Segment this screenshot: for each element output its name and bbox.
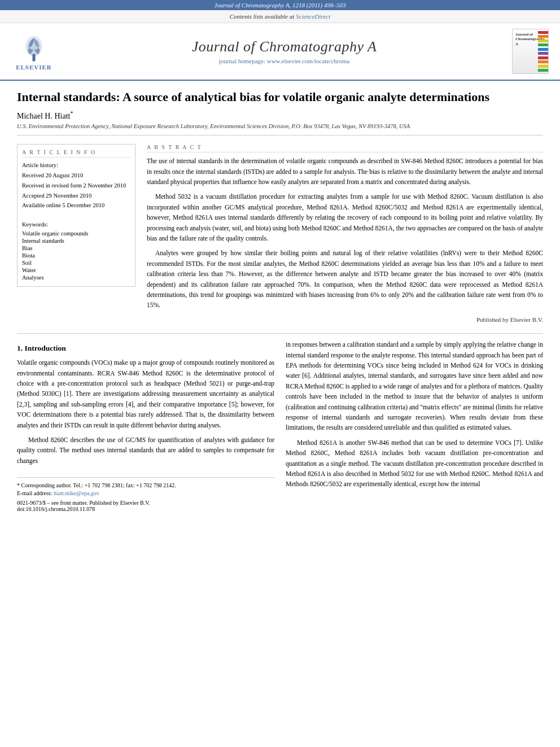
sciencedirect-link[interactable]: ScienceDirect (296, 13, 330, 20)
journal-homepage-link[interactable]: www.elsevier.com/locate/chroma (267, 58, 350, 64)
intro-para-2: Method 8260C describes the use of GC/MS … (17, 435, 274, 466)
article-history-label: Article history: (22, 161, 130, 170)
keyword-5: Soil (22, 260, 130, 266)
journal-header: ELSEVIER Journal of Chromatography A jou… (0, 23, 560, 81)
contents-text: Contents lists available at (230, 13, 296, 20)
journal-homepage: journal homepage: www.elsevier.com/locat… (56, 58, 512, 64)
introduction-heading: 1. Introduction (17, 344, 274, 353)
keywords-list: Volatile organic compounds Internal stan… (22, 230, 130, 281)
article-affiliation: U.S. Environmental Protection Agency, Na… (17, 123, 543, 136)
body-right-col: in responses between a calibration stand… (286, 339, 543, 512)
main-content: Internal standards: A source of analytic… (0, 81, 560, 521)
abstract-text: The use of internal standards in the det… (147, 156, 543, 325)
article-author: Michael H. Hiatt* (17, 110, 543, 121)
keyword-6: Water (22, 267, 130, 273)
received-revised-date: Received in revised form 2 November 2010 (22, 181, 130, 190)
article-info-abstract: A R T I C L E I N F O Article history: R… (17, 144, 543, 325)
doi-text: doi:10.1016/j.chroma.2010.11.078 (17, 506, 274, 512)
journal-header-center: Journal of Chromatography A journal home… (56, 38, 512, 64)
abstract-col: A B S T R A C T The use of internal stan… (147, 144, 543, 325)
homepage-label: journal homepage: (219, 58, 265, 64)
corresponding-author: * Corresponding author. Tel.: +1 702 798… (17, 482, 274, 488)
author-sup: * (70, 110, 73, 116)
article-info-box: A R T I C L E I N F O Article history: R… (17, 144, 135, 287)
keyword-4: Biota (22, 252, 130, 259)
article-title: Internal standards: A source of analytic… (17, 89, 543, 106)
keyword-7: Analyses (22, 274, 130, 281)
elsevier-tree-icon (20, 33, 48, 64)
email-label: E-mail address: (17, 490, 52, 496)
cover-stripes (538, 29, 548, 73)
article-info-col: A R T I C L E I N F O Article history: R… (17, 144, 135, 325)
keyword-3: Bias (22, 245, 130, 251)
doi-section: 0021-9673/$ – see front matter. Publishe… (17, 500, 274, 512)
accepted-date: Accepted 29 November 2010 (22, 191, 130, 200)
article-info-title: A R T I C L E I N F O (22, 149, 130, 158)
abstract-para-1: The use of internal standards in the det… (147, 156, 543, 187)
keywords-label: Keywords: (22, 220, 130, 229)
published-by: Published by Elsevier B.V. (147, 315, 543, 325)
right-para-2: Method 8261A is another SW-846 method th… (286, 438, 543, 490)
journal-citation-bar: Journal of Chromatography A, 1218 (2011)… (0, 0, 560, 10)
journal-cover-image: Journal ofChromatography A (512, 29, 549, 74)
available-date: Available online 5 December 2010 (22, 201, 130, 210)
elsevier-logo: ELSEVIER (11, 33, 56, 71)
section-divider (17, 333, 543, 334)
issn-text: 0021-9673/$ – see front matter. Publishe… (17, 500, 274, 506)
abstract-title: A B S T R A C T (147, 144, 543, 152)
keyword-2: Internal standards (22, 238, 130, 244)
email-line: E-mail address: hiatt.mike@epa.gov (17, 490, 274, 496)
elsevier-text: ELSEVIER (16, 64, 52, 71)
body-content: 1. Introduction Volatile organic compoun… (17, 339, 543, 512)
citation-text: Journal of Chromatography A, 1218 (2011)… (215, 2, 346, 8)
footnote-section: * Corresponding author. Tel.: +1 702 798… (17, 477, 274, 496)
introduction-text: Volatile organic compounds (VOCs) make u… (17, 357, 274, 466)
journal-title: Journal of Chromatography A (56, 38, 512, 55)
body-left-col: 1. Introduction Volatile organic compoun… (17, 339, 274, 512)
contents-notice-bar: Contents lists available at ScienceDirec… (0, 10, 560, 23)
abstract-para-3: Analytes were grouped by how similar the… (147, 248, 543, 310)
keyword-1: Volatile organic compounds (22, 230, 130, 237)
right-col-text: in responses between a calibration stand… (286, 339, 543, 489)
author-name: Michael H. Hiatt (17, 111, 70, 120)
abstract-para-2: Method 5032 is a vacuum distillation pro… (147, 191, 543, 243)
email-address: hiatt.mike@epa.gov (54, 490, 99, 496)
received-date: Received 20 August 2010 (22, 171, 130, 180)
intro-para-1: Volatile organic compounds (VOCs) make u… (17, 357, 274, 430)
right-para-1: in responses between a calibration stand… (286, 339, 543, 433)
